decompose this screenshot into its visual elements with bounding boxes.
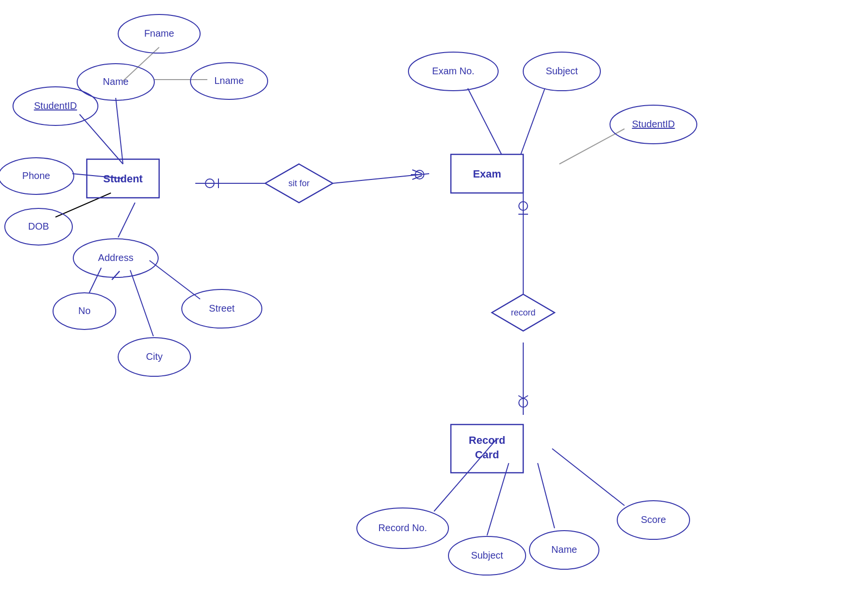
svg-line-14 [559,129,624,164]
rel-sitfor-label: sit for [288,178,310,188]
entity-recordcard-label: Record [469,434,505,446]
entity-exam-label: Exam [473,168,502,180]
attr-dob-label: DOB [28,221,49,232]
svg-line-7 [118,203,135,237]
attr-studentid-label: StudentID [34,100,77,111]
attr-city-label: City [146,351,163,362]
svg-line-29 [523,396,528,398]
attr-fname-label: Fname [144,28,174,39]
attr-subject-rc-label: Subject [471,550,503,561]
attr-no-label: No [78,305,91,316]
svg-line-11 [112,271,120,280]
attr-name-label: Name [103,76,128,87]
er-diagram: Student Exam Record Card sit for record … [0,0,868,603]
entity-recordcard-label2: Card [475,449,499,461]
svg-line-6 [55,193,111,217]
svg-line-2 [116,98,123,164]
svg-line-28 [518,396,523,398]
svg-line-32 [487,463,509,535]
svg-line-8 [149,260,200,299]
rel-record-label: record [511,308,535,317]
attr-studentid2-label: StudentID [632,119,675,129]
attr-score-label: Score [641,514,666,525]
svg-line-12 [468,88,502,154]
attr-subject-exam-label: Subject [546,66,578,76]
svg-line-13 [521,88,545,154]
attr-examno-label: Exam No. [432,66,475,76]
attr-street-label: Street [209,303,235,314]
attr-recordno-label: Record No. [378,522,427,533]
attr-address-label: Address [98,252,133,263]
svg-line-9 [130,270,153,336]
attr-phone-label: Phone [22,170,50,181]
attr-lname-label: Lname [214,75,244,86]
svg-line-4 [80,114,123,164]
svg-line-33 [538,463,555,528]
svg-line-10 [89,268,101,293]
svg-line-34 [552,449,624,506]
attr-name-rc-label: Name [551,544,577,555]
entity-student-label: Student [103,173,143,185]
